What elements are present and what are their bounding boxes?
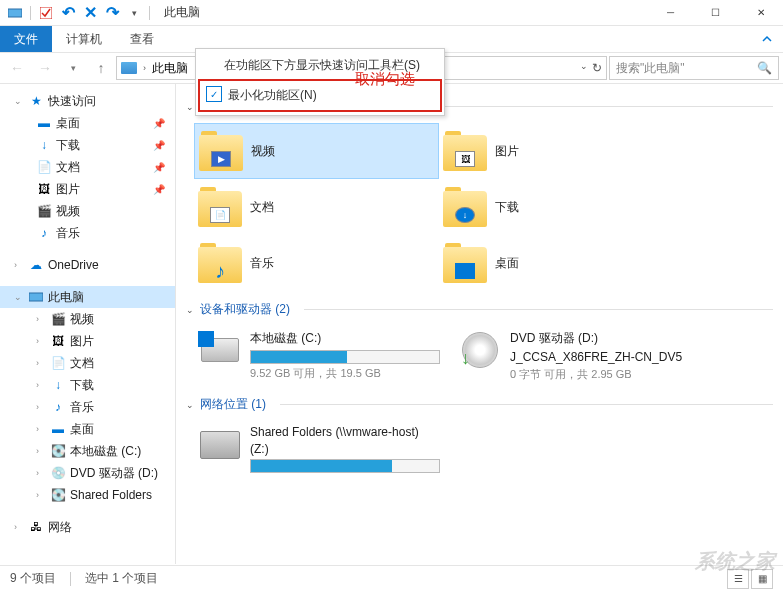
close-button[interactable]: ✕ xyxy=(738,0,783,26)
tab-file[interactable]: 文件 xyxy=(0,26,52,52)
svg-rect-2 xyxy=(29,293,43,301)
pc-icon xyxy=(121,62,137,74)
chevron-right-icon: › xyxy=(143,63,146,73)
view-details-button[interactable]: ☰ xyxy=(727,569,749,589)
statusbar: 9 个项目 选中 1 个项目 ☰ ▦ xyxy=(0,565,783,591)
svg-rect-1 xyxy=(40,7,52,19)
tree-music[interactable]: ♪音乐 xyxy=(0,222,175,244)
tree-pc-desktop[interactable]: ›▬桌面 xyxy=(0,418,175,440)
tree-local-disk[interactable]: ›💽本地磁盘 (C:) xyxy=(0,440,175,462)
folder-desktop[interactable]: 桌面 xyxy=(439,235,684,291)
properties-icon[interactable] xyxy=(37,4,55,22)
titlebar: ↶ ✕ ↷ ▾ 此电脑 ─ ☐ ✕ xyxy=(0,0,783,26)
view-tiles-button[interactable]: ▦ xyxy=(751,569,773,589)
address-location: 此电脑 xyxy=(152,60,188,77)
refresh-icon[interactable]: ↻ xyxy=(592,61,602,75)
pin-icon: 📌 xyxy=(153,140,165,151)
tab-computer[interactable]: 计算机 xyxy=(52,26,116,52)
folder-music[interactable]: ♪ 音乐 xyxy=(194,235,439,291)
folder-pictures[interactable]: 🖼 图片 xyxy=(439,123,684,179)
tree-desktop[interactable]: ▬桌面📌 xyxy=(0,112,175,134)
window-title: 此电脑 xyxy=(164,4,200,21)
search-placeholder: 搜索"此电脑" xyxy=(616,60,685,77)
tree-network[interactable]: ›🖧网络 xyxy=(0,516,175,538)
nav-up-button[interactable]: ↑ xyxy=(88,55,114,81)
windows-icon xyxy=(198,331,214,347)
folder-videos[interactable]: ▶ 视频 xyxy=(194,123,439,179)
content-area: ⌄ 文件夹 (6) ▶ 视频 🖼 图片 📄 文档 ↓ 下载 ♪ xyxy=(176,84,783,564)
tree-pc-downloads[interactable]: ›↓下载 xyxy=(0,374,175,396)
group-network-title: 网络位置 (1) xyxy=(200,396,266,413)
group-network-header[interactable]: ⌄ 网络位置 (1) xyxy=(186,396,773,413)
folder-downloads[interactable]: ↓ 下载 xyxy=(439,179,684,235)
tree-documents[interactable]: 📄文档📌 xyxy=(0,156,175,178)
group-devices-title: 设备和驱动器 (2) xyxy=(200,301,290,318)
tree-dvd[interactable]: ›💿DVD 驱动器 (D:) xyxy=(0,462,175,484)
nav-recent-dropdown[interactable]: ▾ xyxy=(60,55,86,81)
tree-videos[interactable]: 🎬视频 xyxy=(0,200,175,222)
disk-usage-bar xyxy=(250,350,440,364)
tree-pictures[interactable]: 🖼图片📌 xyxy=(0,178,175,200)
chevron-down-icon: ⌄ xyxy=(186,102,194,112)
drive-d-dvd[interactable]: ↓ DVD 驱动器 (D:) J_CCSA_X86FRE_ZH-CN_DV5 0… xyxy=(454,326,714,386)
chevron-down-icon: ⌄ xyxy=(186,400,194,410)
tree-shared[interactable]: ›💽Shared Folders xyxy=(0,484,175,506)
undo-icon[interactable]: ↶ xyxy=(59,4,77,22)
status-selected-count: 选中 1 个项目 xyxy=(85,570,158,587)
disk-usage-bar xyxy=(250,459,440,473)
tree-pc-music[interactable]: ›♪音乐 xyxy=(0,396,175,418)
dvd-arrow-icon: ↓ xyxy=(461,348,470,369)
qat-dropdown-icon[interactable]: ▾ xyxy=(125,4,143,22)
annotation-text: 取消勾选 xyxy=(355,70,415,89)
redo-arrow-icon[interactable]: ↷ xyxy=(103,4,121,22)
tree-pc-documents[interactable]: ›📄文档 xyxy=(0,352,175,374)
tree-downloads[interactable]: ↓下载📌 xyxy=(0,134,175,156)
tree-onedrive[interactable]: ›☁OneDrive xyxy=(0,254,175,276)
tree-this-pc[interactable]: ⌄此电脑 xyxy=(0,286,175,308)
pin-icon: 📌 xyxy=(153,184,165,195)
chevron-down-icon: ⌄ xyxy=(186,305,194,315)
nav-back-button[interactable]: ← xyxy=(4,55,30,81)
redo-icon[interactable]: ✕ xyxy=(81,4,99,22)
checkbox-icon: ✓ xyxy=(206,86,222,102)
tree-pc-pictures[interactable]: ›🖼图片 xyxy=(0,330,175,352)
network-drive-icon xyxy=(200,431,240,459)
maximize-button[interactable]: ☐ xyxy=(693,0,738,26)
nav-forward-button[interactable]: → xyxy=(32,55,58,81)
tab-view[interactable]: 查看 xyxy=(116,26,168,52)
folder-documents[interactable]: 📄 文档 xyxy=(194,179,439,235)
search-icon: 🔍 xyxy=(757,61,772,75)
network-shared-folders[interactable]: Shared Folders (\\vmware-host) (Z:) xyxy=(194,421,454,479)
tree-pc-videos[interactable]: ›🎬视频 xyxy=(0,308,175,330)
minimize-button[interactable]: ─ xyxy=(648,0,693,26)
menu-minimize-ribbon-label: 最小化功能区(N) xyxy=(228,88,317,102)
group-devices-header[interactable]: ⌄ 设备和驱动器 (2) xyxy=(186,301,773,318)
app-icon xyxy=(6,4,24,22)
drive-c[interactable]: 本地磁盘 (C:) 9.52 GB 可用，共 19.5 GB xyxy=(194,326,454,386)
tree-quick-access[interactable]: ⌄★快速访问 xyxy=(0,90,175,112)
search-input[interactable]: 搜索"此电脑" 🔍 xyxy=(609,56,779,80)
pin-icon: 📌 xyxy=(153,162,165,173)
navigation-tree: ⌄★快速访问 ▬桌面📌 ↓下载📌 📄文档📌 🖼图片📌 🎬视频 ♪音乐 ›☁One… xyxy=(0,84,176,564)
address-dropdown-icon[interactable]: ⌄ xyxy=(580,61,588,75)
ribbon-expand-icon[interactable] xyxy=(751,26,783,52)
status-item-count: 9 个项目 xyxy=(10,570,56,587)
pin-icon: 📌 xyxy=(153,118,165,129)
svg-rect-0 xyxy=(8,9,22,17)
